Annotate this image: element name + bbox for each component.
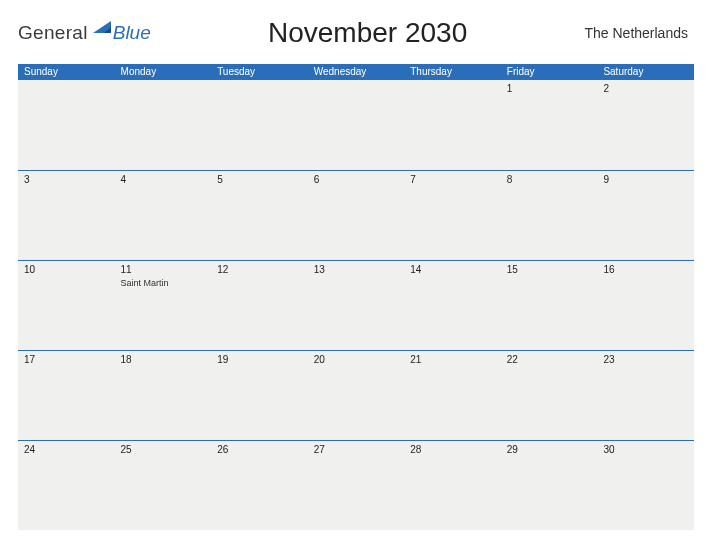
calendar-cell xyxy=(308,80,405,170)
calendar-cell: 14 xyxy=(404,260,501,350)
day-number: 17 xyxy=(24,353,109,367)
calendar-cell: 7 xyxy=(404,170,501,260)
calendar-row: 3456789 xyxy=(18,170,694,260)
day-number: 22 xyxy=(507,353,592,367)
calendar-cell xyxy=(211,80,308,170)
calendar-cell: 30 xyxy=(597,440,694,530)
calendar-cell: 26 xyxy=(211,440,308,530)
country-label: The Netherlands xyxy=(584,25,694,41)
day-number: 29 xyxy=(507,443,592,457)
calendar-cell: 17 xyxy=(18,350,115,440)
day-number: 12 xyxy=(217,263,302,277)
calendar-cell: 19 xyxy=(211,350,308,440)
calendar-cell xyxy=(115,80,212,170)
calendar-cell: 18 xyxy=(115,350,212,440)
day-number: 1 xyxy=(507,82,592,96)
day-number: 8 xyxy=(507,173,592,187)
day-header-row: Sunday Monday Tuesday Wednesday Thursday… xyxy=(18,64,694,80)
day-number: 14 xyxy=(410,263,495,277)
calendar-row: 12 xyxy=(18,80,694,170)
day-number: 11 xyxy=(121,263,206,277)
day-number: 26 xyxy=(217,443,302,457)
brand-logo: General Blue xyxy=(18,22,151,44)
day-number: 23 xyxy=(603,353,688,367)
day-number: 10 xyxy=(24,263,109,277)
calendar-row: 24252627282930 xyxy=(18,440,694,530)
calendar-cell xyxy=(404,80,501,170)
day-number: 4 xyxy=(121,173,206,187)
calendar-cell: 13 xyxy=(308,260,405,350)
header-bar: General Blue November 2030 The Netherlan… xyxy=(18,10,694,56)
day-header: Tuesday xyxy=(211,64,308,80)
brand-part1: General xyxy=(18,22,88,44)
calendar-cell: 11Saint Martin xyxy=(115,260,212,350)
calendar-row: 17181920212223 xyxy=(18,350,694,440)
day-number: 25 xyxy=(121,443,206,457)
calendar-row: 1011Saint Martin1213141516 xyxy=(18,260,694,350)
calendar-cell: 8 xyxy=(501,170,598,260)
day-header: Saturday xyxy=(597,64,694,80)
event-label: Saint Martin xyxy=(121,278,206,288)
day-header: Sunday xyxy=(18,64,115,80)
calendar-cell: 22 xyxy=(501,350,598,440)
calendar-table: Sunday Monday Tuesday Wednesday Thursday… xyxy=(18,64,694,530)
calendar-cell: 12 xyxy=(211,260,308,350)
day-header: Monday xyxy=(115,64,212,80)
day-number: 24 xyxy=(24,443,109,457)
day-number: 28 xyxy=(410,443,495,457)
calendar-cell: 21 xyxy=(404,350,501,440)
day-number: 30 xyxy=(603,443,688,457)
day-number: 20 xyxy=(314,353,399,367)
day-header: Friday xyxy=(501,64,598,80)
day-number: 9 xyxy=(603,173,688,187)
day-number: 7 xyxy=(410,173,495,187)
day-number: 16 xyxy=(603,263,688,277)
day-number: 27 xyxy=(314,443,399,457)
calendar-cell: 15 xyxy=(501,260,598,350)
calendar-cell: 25 xyxy=(115,440,212,530)
calendar-cell: 6 xyxy=(308,170,405,260)
calendar-cell: 23 xyxy=(597,350,694,440)
calendar-cell: 10 xyxy=(18,260,115,350)
brand-part2: Blue xyxy=(113,22,151,44)
day-header: Wednesday xyxy=(308,64,405,80)
calendar-cell: 9 xyxy=(597,170,694,260)
flag-icon xyxy=(93,19,111,31)
calendar-cell: 3 xyxy=(18,170,115,260)
calendar-cell: 4 xyxy=(115,170,212,260)
day-number: 19 xyxy=(217,353,302,367)
calendar-cell: 29 xyxy=(501,440,598,530)
day-number: 5 xyxy=(217,173,302,187)
day-number: 2 xyxy=(603,82,688,96)
day-number: 15 xyxy=(507,263,592,277)
calendar-cell: 24 xyxy=(18,440,115,530)
day-header: Thursday xyxy=(404,64,501,80)
day-number: 13 xyxy=(314,263,399,277)
day-number: 21 xyxy=(410,353,495,367)
calendar-cell: 27 xyxy=(308,440,405,530)
day-number: 6 xyxy=(314,173,399,187)
calendar-cell: 16 xyxy=(597,260,694,350)
calendar-title: November 2030 xyxy=(268,17,467,49)
calendar-cell: 1 xyxy=(501,80,598,170)
calendar-cell: 28 xyxy=(404,440,501,530)
calendar-cell: 2 xyxy=(597,80,694,170)
day-number: 3 xyxy=(24,173,109,187)
calendar-cell xyxy=(18,80,115,170)
day-number: 18 xyxy=(121,353,206,367)
calendar-cell: 5 xyxy=(211,170,308,260)
calendar-cell: 20 xyxy=(308,350,405,440)
